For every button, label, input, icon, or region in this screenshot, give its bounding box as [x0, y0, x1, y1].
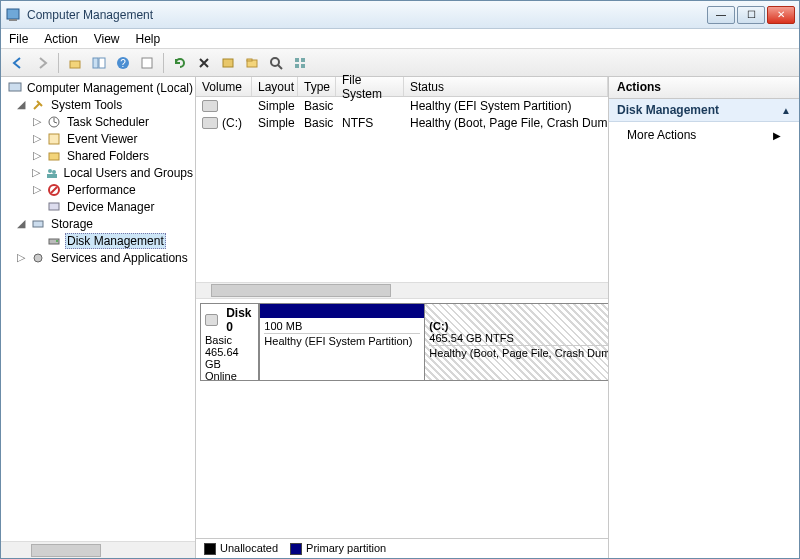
svg-rect-17 [9, 83, 21, 91]
partition-size: 465.54 GB NTFS [429, 332, 608, 344]
help-button[interactable]: ? [112, 52, 134, 74]
disk-info[interactable]: Disk 0 Basic 465.64 GB Online [200, 303, 259, 381]
tree-label: Storage [49, 217, 95, 231]
tree-local-users[interactable]: ▷ Local Users and Groups [1, 164, 195, 181]
collapse-icon[interactable]: ◢ [15, 217, 27, 230]
tree-shared-folders[interactable]: ▷ Shared Folders [1, 147, 195, 164]
forward-button[interactable] [31, 52, 53, 74]
svg-rect-4 [99, 58, 105, 68]
tree-task-scheduler[interactable]: ▷ Task Scheduler [1, 113, 195, 130]
cell-type: Basic [298, 99, 336, 113]
volume-table-body[interactable]: Simple Basic Healthy (EFI System Partiti… [196, 97, 608, 282]
legend-label: Unallocated [220, 542, 278, 554]
actions-section-disk-management[interactable]: Disk Management ▲ [609, 99, 799, 122]
col-layout[interactable]: Layout [252, 77, 298, 96]
actions-more[interactable]: More Actions ▶ [609, 122, 799, 148]
tree-device-manager[interactable]: Device Manager [1, 198, 195, 215]
expand-icon[interactable]: ▷ [31, 115, 43, 128]
col-type[interactable]: Type [298, 77, 336, 96]
disk-type: Basic [205, 334, 254, 346]
svg-point-21 [48, 169, 52, 173]
minimize-button[interactable]: — [707, 6, 735, 24]
menu-action[interactable]: Action [44, 32, 77, 46]
computer-icon [8, 80, 22, 96]
scroll-thumb[interactable] [31, 544, 101, 557]
partition-name: (C:) [429, 320, 608, 332]
zoom-icon[interactable] [265, 52, 287, 74]
partition-status: Healthy (EFI System Partition) [264, 333, 420, 347]
refresh-button[interactable] [169, 52, 191, 74]
svg-rect-10 [247, 59, 252, 61]
storage-icon [30, 216, 46, 232]
expand-icon[interactable]: ▷ [15, 251, 27, 264]
close-button[interactable]: ✕ [767, 6, 795, 24]
table-row[interactable]: Simple Basic Healthy (EFI System Partiti… [196, 97, 608, 114]
tools-icon [30, 97, 46, 113]
menu-file[interactable]: File [9, 32, 28, 46]
tree-event-viewer[interactable]: ▷ Event Viewer [1, 130, 195, 147]
cell-layout: Simple [252, 99, 298, 113]
col-status[interactable]: Status [404, 77, 608, 96]
partition-c[interactable]: (C:) 465.54 GB NTFS Healthy (Boot, Page … [424, 304, 608, 380]
swatch-navy [290, 543, 302, 555]
show-hide-tree-button[interactable] [88, 52, 110, 74]
disk-row[interactable]: Disk 0 Basic 465.64 GB Online 100 MB Hea… [200, 303, 604, 381]
expand-icon[interactable]: ▷ [31, 132, 43, 145]
menu-help[interactable]: Help [136, 32, 161, 46]
up-button[interactable] [64, 52, 86, 74]
expand-icon[interactable]: ▷ [31, 183, 43, 196]
list-icon[interactable] [289, 52, 311, 74]
svg-rect-0 [7, 9, 19, 19]
legend-primary: Primary partition [290, 542, 386, 555]
expand-icon[interactable]: ▷ [31, 149, 43, 162]
open-icon[interactable] [241, 52, 263, 74]
toolbar-separator [58, 53, 59, 73]
actions-header: Actions [609, 77, 799, 99]
disk-label: Disk 0 [226, 306, 254, 334]
delete-icon[interactable] [193, 52, 215, 74]
volume-table: Volume Layout Type File System Status Si… [196, 77, 608, 282]
tree-storage[interactable]: ◢ Storage [1, 215, 195, 232]
svg-point-30 [34, 254, 42, 262]
tree-services-apps[interactable]: ▷ Services and Applications [1, 249, 195, 266]
collapse-icon[interactable]: ▲ [781, 105, 791, 116]
actions-section-label: Disk Management [617, 103, 719, 117]
tree-root[interactable]: Computer Management (Local) [1, 79, 195, 96]
expand-icon[interactable]: ▷ [31, 166, 42, 179]
nav-tree[interactable]: Computer Management (Local) ◢ System Too… [1, 77, 195, 541]
tree-performance[interactable]: ▷ Performance [1, 181, 195, 198]
tree-label: System Tools [49, 98, 124, 112]
content-pane: Volume Layout Type File System Status Si… [196, 77, 609, 558]
col-volume[interactable]: Volume [196, 77, 252, 96]
table-row[interactable]: (C:) Simple Basic NTFS Healthy (Boot, Pa… [196, 114, 608, 131]
tree-system-tools[interactable]: ◢ System Tools [1, 96, 195, 113]
tree-pane: Computer Management (Local) ◢ System Too… [1, 77, 196, 558]
volume-icon [202, 100, 218, 112]
properties-button[interactable] [136, 52, 158, 74]
svg-rect-20 [49, 153, 59, 160]
toolbar: ? [1, 49, 799, 77]
actions-more-label: More Actions [627, 128, 696, 142]
col-filesystem[interactable]: File System [336, 77, 404, 96]
menu-view[interactable]: View [94, 32, 120, 46]
back-button[interactable] [7, 52, 29, 74]
scroll-thumb[interactable] [211, 284, 391, 297]
event-icon [46, 131, 62, 147]
cell-type: Basic [298, 116, 336, 130]
partition-size: 100 MB [264, 320, 420, 332]
partition-efi[interactable]: 100 MB Healthy (EFI System Partition) [259, 304, 424, 380]
tree-label: Shared Folders [65, 149, 151, 163]
maximize-button[interactable]: ☐ [737, 6, 765, 24]
tree-disk-management[interactable]: Disk Management [1, 232, 195, 249]
tree-label: Device Manager [65, 200, 156, 214]
svg-rect-16 [301, 64, 305, 68]
svg-point-29 [56, 240, 58, 242]
volume-scrollbar[interactable] [196, 282, 608, 299]
svg-rect-7 [142, 58, 152, 68]
collapse-icon[interactable]: ◢ [15, 98, 27, 111]
legend-unallocated: Unallocated [204, 542, 278, 555]
window-title: Computer Management [27, 8, 707, 22]
tree-scrollbar[interactable] [1, 541, 195, 558]
settings-icon[interactable] [217, 52, 239, 74]
svg-rect-19 [49, 134, 59, 144]
